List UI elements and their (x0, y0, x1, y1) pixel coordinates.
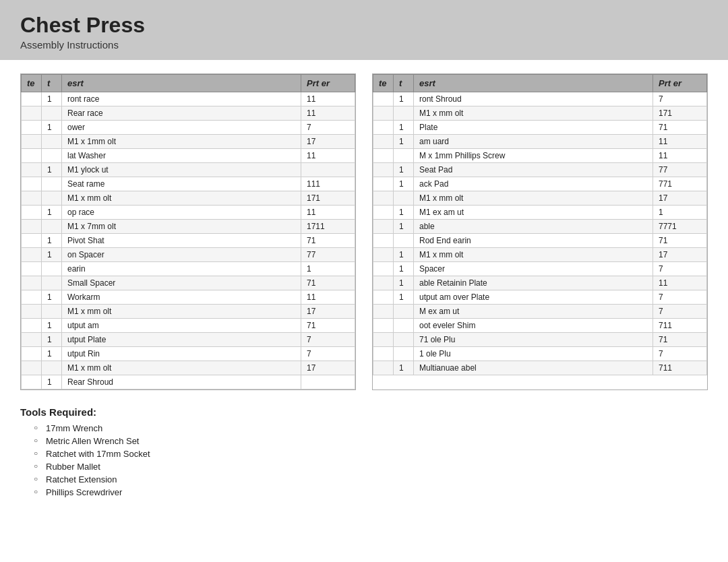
cell-num: 1 (394, 361, 414, 375)
cell-desc: op race (62, 206, 301, 220)
table-row: M1 x mm olt 17 (373, 191, 707, 206)
cell-qty (373, 163, 394, 177)
cell-qty (22, 92, 42, 106)
table-row: earin 1 (22, 262, 355, 276)
cell-desc: lat Washer (62, 149, 301, 163)
cell-num: 1 (394, 177, 414, 191)
table-row: M1 x 1mm olt 17 (22, 135, 355, 149)
cell-desc: oot eveler Shim (414, 319, 653, 333)
cell-num: 1 (42, 333, 62, 347)
cell-desc: Small Spacer (62, 276, 301, 290)
table-row: Small Spacer 71 (22, 276, 355, 290)
cell-desc: earin (62, 262, 301, 276)
cell-num: 1 (42, 121, 62, 135)
tools-title: Tools Required: (20, 406, 708, 418)
cell-desc: Seat Pad (414, 163, 653, 177)
table-row: M ex am ut 7 (373, 305, 707, 319)
cell-qty (22, 121, 42, 135)
cell-part: 71 (653, 234, 707, 248)
cell-qty (373, 92, 394, 106)
cell-qty (22, 248, 42, 262)
cell-part: 7 (653, 262, 707, 276)
cell-num: 1 (394, 206, 414, 220)
cell-qty (22, 234, 42, 248)
cell-part (301, 375, 355, 389)
table-row: 1 utput am over Plate 7 (373, 290, 707, 305)
cell-num: 1 (42, 234, 62, 248)
cell-desc: 71 ole Plu (414, 333, 653, 347)
table-row: 1 ower 7 (22, 121, 355, 135)
cell-desc: utput am (62, 319, 301, 333)
cell-num: 1 (394, 121, 414, 135)
table-row: 1 utput Plate 7 (22, 333, 355, 347)
table-row: 1 M1 x mm olt 17 (373, 248, 707, 262)
table-row: M x 1mm Phillips Screw 11 (373, 149, 707, 163)
left-col-t: t (42, 75, 62, 92)
cell-part: 7 (653, 92, 707, 106)
right-col-part: Prt er (653, 75, 707, 92)
table-row: 1 utput am 71 (22, 319, 355, 333)
cell-part: 17 (301, 361, 355, 375)
cell-desc: M ex am ut (414, 305, 653, 319)
cell-num (42, 106, 62, 121)
page-subtitle: Assembly Instructions (20, 39, 708, 51)
cell-num (394, 305, 414, 319)
tables-row: te t esrt Prt er 1 ront race 11 Rear rac… (20, 73, 708, 390)
cell-desc: utput Plate (62, 333, 301, 347)
cell-qty (373, 305, 394, 319)
table-row: 1 Pivot Shat 71 (22, 234, 355, 248)
cell-desc: Rod End earin (414, 234, 653, 248)
cell-qty (373, 191, 394, 206)
table-row: 1 on Spacer 77 (22, 248, 355, 262)
table-row: 1 Seat Pad 77 (373, 163, 707, 177)
cell-qty (22, 191, 42, 206)
table-row: 1 ole Plu 7 (373, 347, 707, 361)
cell-num (42, 262, 62, 276)
cell-qty (22, 135, 42, 149)
cell-num (42, 149, 62, 163)
cell-num (42, 177, 62, 191)
cell-qty (373, 248, 394, 262)
cell-qty (373, 276, 394, 290)
table-row: 1 Plate 71 (373, 121, 707, 135)
cell-desc: Plate (414, 121, 653, 135)
cell-desc: Workarm (62, 290, 301, 305)
cell-desc: ack Pad (414, 177, 653, 191)
cell-qty (373, 290, 394, 305)
cell-num (394, 106, 414, 121)
table-row: M1 x mm olt 17 (22, 361, 355, 375)
cell-num: 1 (394, 135, 414, 149)
cell-desc: Pivot Shat (62, 234, 301, 248)
cell-qty (373, 262, 394, 276)
list-item: Metric Allen Wrench Set (34, 436, 708, 446)
list-item: Phillips Screwdriver (34, 487, 708, 497)
left-col-esrt: esrt (62, 75, 301, 92)
tools-section: Tools Required: 17mm WrenchMetric Allen … (20, 406, 708, 497)
cell-desc: Rear Shroud (62, 375, 301, 389)
cell-num: 1 (42, 290, 62, 305)
cell-num: 1 (42, 319, 62, 333)
cell-part: 77 (301, 248, 355, 262)
table-row: 1 M1 ex am ut 1 (373, 206, 707, 220)
table-row: 1 M1 ylock ut (22, 163, 355, 177)
cell-num (42, 135, 62, 149)
cell-part: 1711 (301, 220, 355, 234)
cell-qty (373, 220, 394, 234)
cell-qty (22, 347, 42, 361)
cell-desc: Multianuae abel (414, 361, 653, 375)
cell-num (42, 276, 62, 290)
list-item: Ratchet Extension (34, 474, 708, 485)
cell-num (42, 220, 62, 234)
table-row: M1 x mm olt 171 (22, 191, 355, 206)
cell-num: 1 (394, 163, 414, 177)
cell-part: 1 (301, 262, 355, 276)
cell-part: 11 (301, 106, 355, 121)
cell-part: 7771 (653, 220, 707, 234)
right-parts-table: te t esrt Prt er 1 ront Shroud 7 M1 x mm… (372, 73, 708, 390)
cell-part: 171 (301, 191, 355, 206)
cell-part: 1 (653, 206, 707, 220)
cell-part: 11 (301, 206, 355, 220)
cell-part: 71 (301, 276, 355, 290)
cell-num (394, 347, 414, 361)
list-item: 17mm Wrench (34, 423, 708, 433)
